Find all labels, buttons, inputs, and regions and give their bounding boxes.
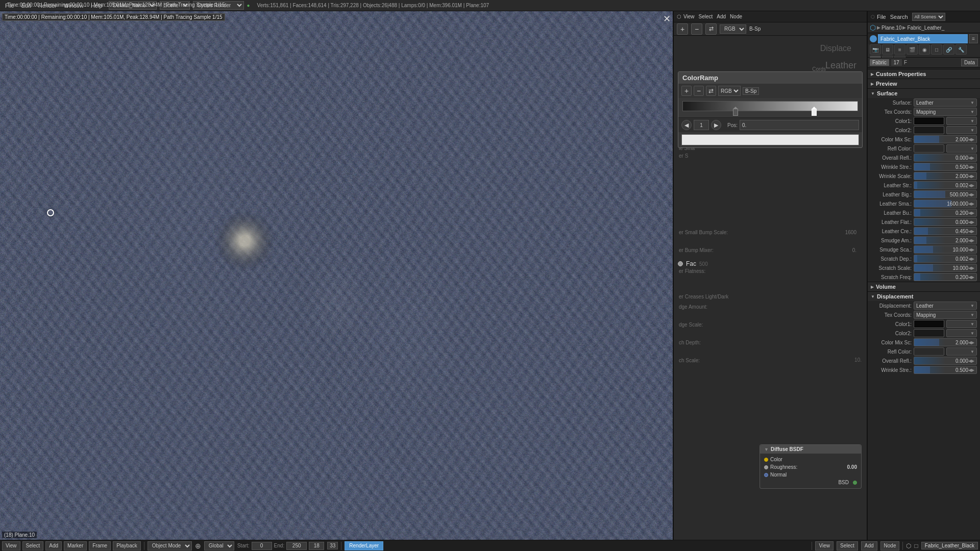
swap-btn[interactable]: ⇄ bbox=[705, 23, 717, 35]
ramp-reverse-btn[interactable]: ⇄ bbox=[706, 86, 716, 96]
colorramp-bar[interactable] bbox=[682, 101, 858, 111]
color2-value[interactable]: ▼ bbox=[946, 126, 977, 134]
ramp-prev-btn[interactable]: ◀ bbox=[681, 120, 692, 130]
node-header-select[interactable]: Select bbox=[699, 14, 713, 19]
current-frame-input[interactable] bbox=[309, 542, 324, 550]
node-header-add[interactable]: Add bbox=[717, 14, 726, 19]
viewport[interactable]: Time:00:00:00 | Remaining:00:00:10 | Mem… bbox=[0, 11, 674, 540]
status-marker[interactable]: Marker bbox=[64, 541, 87, 550]
ramp-color-mode[interactable]: RGB bbox=[718, 86, 741, 96]
wrinkle-str-field[interactable]: 0.500 ◀▶ bbox=[914, 163, 977, 171]
color2-swatch[interactable] bbox=[914, 126, 944, 134]
color-mix-field[interactable]: 2.000 ◀▶ bbox=[914, 135, 977, 143]
ramp-remove-btn[interactable]: − bbox=[694, 86, 704, 96]
disp-refl-value[interactable]: ▼ bbox=[946, 347, 977, 356]
start-frame[interactable] bbox=[252, 542, 272, 550]
preview-section[interactable]: ▶ Preview bbox=[868, 79, 980, 88]
leather-flat-field[interactable]: 0.000 ◀▶ bbox=[914, 218, 977, 226]
render-layer-btn[interactable]: RenderLayer bbox=[345, 541, 383, 550]
prop-header-search[interactable]: Search bbox=[890, 14, 908, 20]
ramp-stop-right[interactable] bbox=[812, 109, 817, 116]
ramp-color-preview[interactable] bbox=[681, 134, 859, 145]
status-view[interactable]: View bbox=[2, 541, 20, 550]
node-node-btn[interactable]: Node bbox=[880, 541, 900, 550]
disp-wrinkle-str-field[interactable]: 0.500 ◀▶ bbox=[914, 366, 977, 374]
breadcrumb-plane[interactable]: Plane.10 bbox=[881, 25, 901, 31]
status-playback[interactable]: Playback bbox=[113, 541, 141, 550]
viewport-close[interactable]: ✕ bbox=[663, 13, 671, 24]
smudge-sca-field[interactable]: 10.000 ◀▶ bbox=[914, 245, 977, 254]
disp-color2-swatch[interactable] bbox=[914, 329, 944, 337]
tab-world[interactable]: ◉ bbox=[919, 44, 930, 55]
tex-coords2-value[interactable]: Mapping ▼ bbox=[914, 311, 977, 319]
displacement-section[interactable]: ▼ Displacement bbox=[868, 291, 980, 301]
pivot-icon[interactable]: ⊕ bbox=[195, 542, 201, 550]
material-name-input[interactable]: Fabric_Leather_Black bbox=[878, 34, 968, 43]
disp-color1-value[interactable]: ▼ bbox=[946, 320, 977, 328]
scratch-freq-field[interactable]: 0.200 ◀▶ bbox=[914, 273, 977, 281]
tab-modifiers[interactable]: 🔧 bbox=[955, 44, 967, 55]
smudge-am-field[interactable]: 2.000 ◀▶ bbox=[914, 236, 977, 244]
custom-props-section[interactable]: ▶ Custom Properties bbox=[868, 69, 980, 79]
leather-str-field[interactable]: 0.002 ◀▶ bbox=[914, 181, 977, 189]
fabric-btn[interactable]: Fabric bbox=[870, 59, 889, 66]
leather-bu-field[interactable]: 0.200 ◀▶ bbox=[914, 209, 977, 217]
disp-refl-swatch[interactable] bbox=[914, 347, 944, 356]
ramp-stop-left[interactable] bbox=[733, 109, 738, 116]
status-add[interactable]: Add bbox=[45, 541, 62, 550]
disp-overall-refl-field[interactable]: 0.000 ◀▶ bbox=[914, 357, 977, 365]
breadcrumb-material[interactable]: Fabric_Leather_ bbox=[907, 25, 944, 31]
scratch-scale-field[interactable]: 10.000 ◀▶ bbox=[914, 264, 977, 272]
leather-cre-field[interactable]: 0.450 ◀▶ bbox=[914, 227, 977, 235]
pos-value-field[interactable]: 0. bbox=[740, 120, 859, 130]
disp-color-mix-field[interactable]: 2.000 ◀▶ bbox=[914, 338, 977, 346]
ramp-stop-number[interactable]: 1 bbox=[694, 120, 709, 130]
diffuse-bsdf-node[interactable]: ▼ Diffuse BSDF Color Roughness: 0.00 bbox=[760, 444, 862, 489]
surface-value[interactable]: Leather ▼ bbox=[914, 98, 977, 107]
color1-value[interactable]: ▼ bbox=[946, 117, 977, 125]
displacement-value[interactable]: Leather ▼ bbox=[914, 302, 977, 310]
color1-swatch[interactable] bbox=[914, 117, 944, 125]
refl-color-value[interactable]: ▼ bbox=[946, 144, 977, 153]
node-status-icon1[interactable]: ⬡ bbox=[906, 542, 911, 549]
node-select-btn[interactable]: Select bbox=[837, 541, 858, 550]
overall-refl-field[interactable]: 0.000 ◀▶ bbox=[914, 154, 977, 162]
status-select[interactable]: Select bbox=[22, 541, 44, 550]
add-node-btn[interactable]: + bbox=[677, 23, 688, 35]
node-add-btn[interactable]: Add bbox=[861, 541, 877, 550]
volume-section[interactable]: ▶ Volume bbox=[868, 282, 980, 291]
node-graph-area[interactable]: Leather Displace Cords Colo Colo Mix Sca… bbox=[674, 36, 867, 540]
surface-section[interactable]: ▼ Surface bbox=[868, 88, 980, 98]
status-frame[interactable]: Frame bbox=[89, 541, 111, 550]
tab-scene[interactable]: 🎬 bbox=[906, 44, 918, 55]
end-frame[interactable] bbox=[286, 542, 307, 550]
prop-header-select[interactable]: All Scenes bbox=[912, 13, 945, 21]
node-status-icon2[interactable]: □ bbox=[914, 542, 918, 549]
leather-sma-field[interactable]: 1600.000 ◀▶ bbox=[914, 199, 977, 208]
scratch-dep-field[interactable]: 0.002 ◀▶ bbox=[914, 255, 977, 263]
prop-header-view[interactable]: File bbox=[877, 14, 886, 20]
tab-layers[interactable]: ≡ bbox=[894, 44, 905, 55]
refl-color-swatch[interactable] bbox=[914, 144, 944, 153]
wrinkle-scale-field[interactable]: 2.000 ◀▶ bbox=[914, 172, 977, 180]
remove-node-btn[interactable]: − bbox=[691, 23, 702, 35]
disp-color2-value[interactable]: ▼ bbox=[946, 329, 977, 337]
tab-constraints[interactable]: 🔗 bbox=[943, 44, 954, 55]
object-mode-select[interactable]: Object Mode bbox=[148, 541, 192, 550]
ramp-next-btn[interactable]: ▶ bbox=[711, 120, 721, 130]
interpolation-select[interactable]: RGB HSV bbox=[720, 24, 746, 34]
tab-render[interactable]: 🖥 bbox=[882, 44, 893, 55]
colorramp-node[interactable]: ColorRamp + − ⇄ RGB B-Sp bbox=[678, 71, 863, 148]
node-header-view[interactable]: View bbox=[683, 14, 695, 19]
ramp-add-btn[interactable]: + bbox=[681, 86, 692, 96]
tab-camera[interactable]: 📷 bbox=[870, 44, 881, 55]
tex-coords-value[interactable]: Mapping ▼ bbox=[914, 108, 977, 116]
data-btn[interactable]: Data bbox=[961, 59, 978, 66]
leather-big-field[interactable]: 500.000 ◀▶ bbox=[914, 190, 977, 198]
disp-color1-swatch[interactable] bbox=[914, 320, 944, 328]
node-view-btn[interactable]: View bbox=[815, 541, 834, 550]
tab-object[interactable]: □ bbox=[931, 44, 942, 55]
mat-name-options[interactable]: = bbox=[969, 34, 978, 43]
global-select[interactable]: Global bbox=[204, 541, 234, 550]
fabric-number[interactable]: 17 bbox=[891, 59, 902, 66]
